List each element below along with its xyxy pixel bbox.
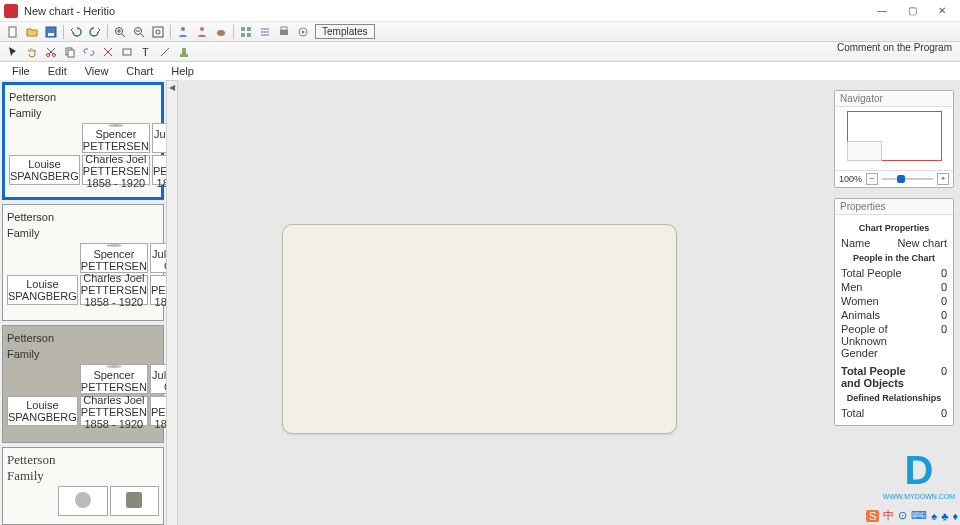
list-icon[interactable] — [256, 24, 274, 40]
navigator-panel: Navigator 100% − + — [834, 90, 954, 188]
svg-line-8 — [141, 34, 144, 37]
tray-circle-icon[interactable]: ⊙ — [898, 509, 907, 522]
svg-rect-37 — [180, 54, 188, 57]
svg-rect-31 — [68, 50, 74, 57]
tray-c-icon[interactable]: ♦ — [952, 510, 958, 522]
zoomfit-icon[interactable] — [149, 24, 167, 40]
window-buttons: — ▢ ✕ — [868, 2, 956, 20]
zoom-out-button[interactable]: − — [866, 173, 878, 185]
tray-kb-icon[interactable]: ⌨ — [911, 509, 927, 522]
menu-chart[interactable]: Chart — [118, 64, 161, 78]
tool-stamp-icon[interactable] — [175, 44, 193, 60]
svg-rect-2 — [48, 33, 54, 36]
comment-link[interactable]: Comment on the Program — [837, 42, 952, 53]
minimize-button[interactable]: — — [868, 2, 896, 20]
svg-rect-38 — [182, 48, 186, 54]
zoom-value: 100% — [839, 174, 862, 184]
svg-rect-22 — [280, 30, 288, 35]
redo-icon[interactable] — [86, 24, 104, 40]
svg-rect-0 — [9, 27, 16, 37]
menu-edit[interactable]: Edit — [40, 64, 75, 78]
chart-canvas[interactable] — [282, 224, 677, 434]
tool-cut-icon[interactable] — [42, 44, 60, 60]
zoomin-icon[interactable] — [111, 24, 129, 40]
zoomout-icon[interactable] — [130, 24, 148, 40]
save-icon[interactable] — [42, 24, 60, 40]
template-thumb-3[interactable]: PettersonFamily Spencer PETTERSEN Julie … — [2, 325, 164, 443]
tool-copy-icon[interactable] — [61, 44, 79, 60]
template-thumb-4[interactable]: PettersonFamily — [2, 447, 164, 525]
templates-button[interactable]: Templates — [315, 24, 375, 39]
tool-unlink-icon[interactable] — [99, 44, 117, 60]
properties-title: Properties — [835, 199, 953, 215]
tray-s-icon[interactable]: S — [866, 510, 879, 522]
tool-hand-icon[interactable] — [23, 44, 41, 60]
svg-point-11 — [156, 30, 160, 34]
menu-view[interactable]: View — [77, 64, 117, 78]
template-thumbnails[interactable]: PettersonFamily Spencer PETTERSEN Julie … — [0, 80, 166, 525]
tray-a-icon[interactable]: ♠ — [931, 510, 937, 522]
navigator-viewport[interactable] — [839, 111, 949, 166]
tray-cn-icon[interactable]: 中 — [883, 508, 894, 523]
menu-file[interactable]: File — [4, 64, 38, 78]
thumb1-title: Petterson — [9, 91, 56, 103]
animal-icon[interactable] — [212, 24, 230, 40]
toolbar-row-1: Templates — [0, 22, 960, 42]
svg-point-25 — [302, 30, 305, 33]
undo-icon[interactable] — [67, 24, 85, 40]
props-chart-section: Chart Properties — [841, 223, 947, 233]
zoom-in-button[interactable]: + — [937, 173, 949, 185]
template-thumb-2[interactable]: PettersonFamily Spencer PETTERSEN Julie … — [2, 204, 164, 322]
window-title: New chart - Heritio — [24, 5, 868, 17]
props-people-section: People in the Chart — [841, 253, 947, 263]
tool-link-icon[interactable] — [80, 44, 98, 60]
svg-text:T: T — [142, 46, 149, 58]
main-area: PettersonFamily Spencer PETTERSEN Julie … — [0, 80, 960, 525]
prop-name-value: New chart — [897, 237, 947, 249]
collapse-thumbnails-button[interactable]: ◀ — [166, 80, 178, 525]
svg-rect-17 — [241, 33, 245, 37]
tool-line-icon[interactable] — [156, 44, 174, 60]
menu-help[interactable]: Help — [163, 64, 202, 78]
svg-rect-18 — [247, 33, 251, 37]
close-button[interactable]: ✕ — [928, 2, 956, 20]
open-icon[interactable] — [23, 24, 41, 40]
print-icon[interactable] — [275, 24, 293, 40]
svg-line-36 — [161, 48, 169, 56]
svg-point-13 — [200, 27, 204, 31]
template-thumb-1[interactable]: PettersonFamily Spencer PETTERSEN Julie … — [2, 82, 164, 200]
tray-b-icon[interactable]: ♣ — [941, 510, 948, 522]
toolbar-row-2: T — [0, 42, 960, 62]
svg-point-14 — [217, 30, 225, 36]
new-icon[interactable] — [4, 24, 22, 40]
grid-icon[interactable] — [237, 24, 255, 40]
navigator-title: Navigator — [835, 91, 953, 107]
props-rel-section: Defined Relationships — [841, 393, 947, 403]
svg-point-12 — [181, 27, 185, 31]
person-male-icon[interactable] — [174, 24, 192, 40]
tool-text-icon[interactable]: T — [137, 44, 155, 60]
thumb1-subtitle: Family — [9, 107, 41, 119]
canvas-area[interactable]: Navigator 100% − + Properties Chart Prop… — [178, 80, 960, 525]
zoom-slider[interactable] — [882, 178, 933, 180]
settings-icon[interactable] — [294, 24, 312, 40]
app-icon — [4, 4, 18, 18]
svg-line-4 — [122, 34, 125, 37]
svg-rect-10 — [153, 27, 163, 37]
tool-select-icon[interactable] — [4, 44, 22, 60]
menu-bar: File Edit View Chart Help — [0, 62, 960, 80]
svg-rect-15 — [241, 27, 245, 31]
title-bar: New chart - Heritio — ▢ ✕ — [0, 0, 960, 22]
system-tray: S 中 ⊙ ⌨ ♠ ♣ ♦ — [866, 508, 958, 523]
svg-rect-16 — [247, 27, 251, 31]
person-female-icon[interactable] — [193, 24, 211, 40]
svg-rect-23 — [281, 27, 287, 30]
maximize-button[interactable]: ▢ — [898, 2, 926, 20]
tool-rect-icon[interactable] — [118, 44, 136, 60]
svg-rect-34 — [123, 49, 131, 55]
properties-panel: Properties Chart Properties NameNew char… — [834, 198, 954, 426]
